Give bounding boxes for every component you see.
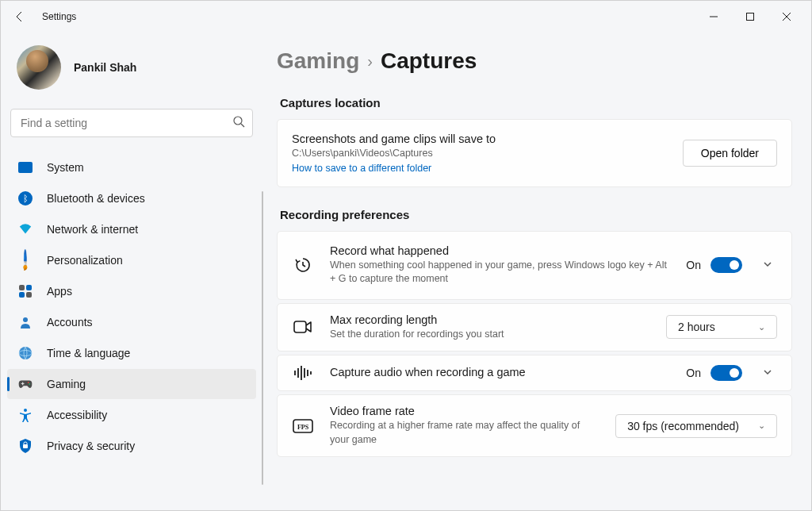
history-icon xyxy=(292,256,314,275)
svg-rect-12 xyxy=(23,444,28,448)
back-button[interactable] xyxy=(7,4,33,29)
sidebar-item-label: Network & internet xyxy=(47,223,138,236)
sidebar-item-privacy[interactable]: Privacy & security xyxy=(7,431,256,461)
video-frame-rate-card: FPS Video frame rate Recording at a high… xyxy=(277,394,792,457)
sidebar-item-label: Accounts xyxy=(47,316,93,328)
capture-audio-title: Capture audio when recording a game xyxy=(330,366,670,378)
fps-select[interactable]: 30 fps (recommended) ⌄ xyxy=(615,414,777,438)
sidebar-item-label: Accessibility xyxy=(47,409,107,421)
expand-chevron[interactable] xyxy=(758,259,777,271)
breadcrumb-parent[interactable]: Gaming xyxy=(277,48,359,74)
sidebar-item-label: Bluetooth & devices xyxy=(47,192,145,205)
globe-clock-icon xyxy=(18,346,33,360)
profile-block[interactable]: Pankil Shah xyxy=(7,33,256,109)
max-recording-length-card: Max recording length Set the duration fo… xyxy=(277,303,792,352)
annotation-arrow xyxy=(805,217,811,328)
search-input[interactable] xyxy=(10,109,253,137)
sidebar-item-label: System xyxy=(47,161,84,174)
audio-toggle[interactable] xyxy=(710,365,742,381)
fps-value: 30 fps (recommended) xyxy=(627,420,739,432)
content-area: Gaming › Captures Captures location Scre… xyxy=(262,33,811,510)
toggle-state-label: On xyxy=(686,367,701,379)
sidebar-item-label: Personalization xyxy=(47,254,123,267)
record-what-happened-sub: When something cool happened in your gam… xyxy=(330,259,670,286)
apps-icon xyxy=(18,284,33,298)
avatar xyxy=(17,45,61,90)
svg-text:FPS: FPS xyxy=(297,423,309,430)
audio-wave-icon xyxy=(292,365,314,381)
shield-icon xyxy=(18,439,33,453)
svg-point-2 xyxy=(234,117,242,125)
sidebar-item-apps[interactable]: Apps xyxy=(7,276,256,306)
sidebar-item-bluetooth[interactable]: ᛒ Bluetooth & devices xyxy=(7,183,256,213)
accessibility-icon xyxy=(18,408,33,422)
section-captures-location: Captures location xyxy=(280,96,792,110)
page-title: Captures xyxy=(381,48,477,74)
wifi-icon xyxy=(18,222,33,236)
svg-point-8 xyxy=(29,383,30,385)
max-length-value: 2 hours xyxy=(678,321,715,333)
chevron-down-icon: ⌄ xyxy=(758,322,765,332)
captures-location-path: C:\Users\panki\Videos\Captures xyxy=(292,147,667,161)
display-icon xyxy=(18,160,33,175)
chevron-down-icon: ⌄ xyxy=(758,421,765,431)
capture-audio-card: Capture audio when recording a game On xyxy=(277,355,792,391)
sidebar-item-time[interactable]: Time & language xyxy=(7,338,256,368)
close-button[interactable] xyxy=(768,4,805,29)
breadcrumb: Gaming › Captures xyxy=(277,48,792,74)
fps-icon: FPS xyxy=(292,419,314,433)
max-length-title: Max recording length xyxy=(330,313,650,326)
camera-icon xyxy=(292,319,314,335)
captures-location-text: Screenshots and game clips will save to xyxy=(292,133,667,145)
sidebar-item-label: Privacy & security xyxy=(47,440,135,452)
gamepad-icon xyxy=(18,377,33,391)
section-recording-preferences: Recording preferences xyxy=(280,208,792,221)
chevron-right-icon: › xyxy=(367,52,373,71)
nav-list: System ᛒ Bluetooth & devices Network & i… xyxy=(7,152,256,462)
max-length-select[interactable]: 2 hours ⌄ xyxy=(666,315,777,339)
svg-rect-10 xyxy=(22,382,23,386)
sidebar-item-gaming[interactable]: Gaming xyxy=(7,369,256,399)
sidebar-item-label: Time & language xyxy=(47,347,130,359)
fps-title: Video frame rate xyxy=(330,405,599,417)
sidebar-item-label: Apps xyxy=(47,285,72,298)
svg-point-7 xyxy=(28,382,29,383)
toggle-state-label: On xyxy=(686,259,701,271)
open-folder-button[interactable]: Open folder xyxy=(683,140,777,167)
svg-rect-13 xyxy=(294,321,306,332)
bluetooth-icon: ᛒ xyxy=(18,191,33,206)
captures-location-card: Screenshots and game clips will save to … xyxy=(277,119,792,187)
fps-sub: Recording at a higher frame rate may aff… xyxy=(330,419,599,447)
sidebar-item-accounts[interactable]: Accounts xyxy=(7,307,256,337)
accounts-icon xyxy=(18,315,33,329)
search-icon xyxy=(232,115,245,130)
sidebar-item-accessibility[interactable]: Accessibility xyxy=(7,400,256,430)
sidebar-item-personalization[interactable]: 🖌️ Personalization xyxy=(7,245,256,275)
profile-name: Pankil Shah xyxy=(74,61,136,74)
record-what-happened-title: Record what happened xyxy=(330,244,670,257)
record-what-happened-card: Record what happened When something cool… xyxy=(277,231,792,300)
svg-point-4 xyxy=(23,317,28,322)
maximize-button[interactable] xyxy=(732,4,768,29)
record-toggle[interactable] xyxy=(710,257,742,273)
minimize-button[interactable] xyxy=(695,4,732,29)
svg-line-3 xyxy=(241,124,244,127)
svg-point-11 xyxy=(24,409,27,412)
expand-chevron[interactable] xyxy=(758,367,777,379)
sidebar: Pankil Shah System ᛒ Bluetooth & devices… xyxy=(1,33,262,510)
link-save-different-folder[interactable]: How to save to a different folder xyxy=(292,163,431,174)
svg-point-5 xyxy=(19,347,32,359)
max-length-sub: Set the duration for recordings you star… xyxy=(330,328,650,342)
sidebar-item-label: Gaming xyxy=(47,378,86,390)
sidebar-item-network[interactable]: Network & internet xyxy=(7,214,256,244)
svg-rect-1 xyxy=(747,13,754,21)
window-title: Settings xyxy=(42,11,76,22)
paintbrush-icon: 🖌️ xyxy=(15,250,35,270)
sidebar-item-system[interactable]: System xyxy=(7,152,256,182)
